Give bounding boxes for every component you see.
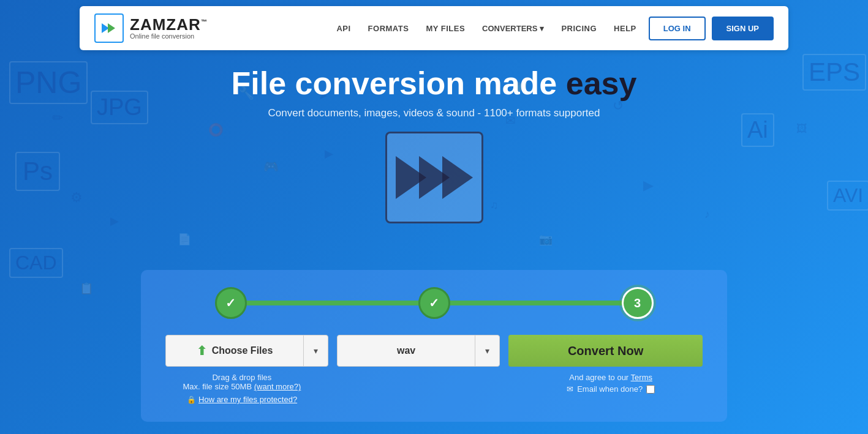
step-1-circle: ✓ bbox=[215, 287, 247, 319]
nav-links: API FORMATS MY FILES CONVERTERS ▾ PRICIN… bbox=[336, 24, 636, 33]
format-dropdown-arrow[interactable]: ▾ bbox=[475, 335, 499, 366]
hero-title-start: File conversion made bbox=[232, 65, 566, 101]
email-row: ✉ Email when done? bbox=[519, 384, 703, 394]
nav-auth: LOG IN SIGN UP bbox=[649, 17, 774, 40]
step-3-circle: 3 bbox=[622, 287, 654, 319]
logo-tm: ™ bbox=[201, 18, 208, 25]
email-label: Email when done? bbox=[577, 384, 643, 394]
converter-box: ✓ ✓ 3 ⬆ Choose Files ▾ bbox=[141, 270, 727, 422]
deco-avi: AVI bbox=[827, 181, 868, 211]
step-2-circle: ✓ bbox=[418, 287, 450, 319]
deco-gamepad: 🎮 bbox=[263, 159, 279, 174]
footer-right: And agree to our Terms ✉ Email when done… bbox=[519, 373, 703, 394]
signup-button[interactable]: SIGN UP bbox=[712, 17, 774, 40]
hero-title: File conversion made easy bbox=[0, 66, 868, 101]
footer-left: Drag & drop files Max. file size 50MB (w… bbox=[165, 373, 319, 405]
logo[interactable]: ZAMZAR™ Online file conversion bbox=[94, 13, 208, 43]
format-select[interactable]: wav ▾ bbox=[337, 335, 500, 367]
nav-help[interactable]: HELP bbox=[614, 24, 636, 33]
deco-triangle: ▶ bbox=[110, 214, 119, 228]
email-icon: ✉ bbox=[567, 384, 573, 394]
chevron-down-icon-format: ▾ bbox=[485, 346, 489, 356]
step-2-check: ✓ bbox=[429, 296, 439, 310]
logo-name: ZAMZAR™ bbox=[130, 17, 208, 32]
max-size-text: Max. file size 50MB bbox=[183, 382, 254, 391]
convert-now-label: Convert Now bbox=[568, 344, 643, 357]
nav-converters-label: CONVERTERS bbox=[482, 24, 537, 33]
svg-marker-1 bbox=[108, 23, 115, 33]
steps-row: ✓ ✓ 3 bbox=[165, 287, 703, 319]
controls-row: ⬆ Choose Files ▾ wav ▾ Convert Now bbox=[165, 335, 703, 367]
converters-chevron-icon: ▾ bbox=[540, 24, 544, 33]
background: PNG JPG Ps CAD EPS Ai AVI ✏ ⚙ ▶ 🔧 🎮 ▶ ↺ … bbox=[0, 0, 868, 434]
deco-gear: ⚙ bbox=[70, 190, 83, 206]
hero-section: File conversion made easy Convert docume… bbox=[0, 66, 868, 119]
deco-note: 📋 bbox=[80, 282, 93, 295]
step-3-label: 3 bbox=[634, 296, 641, 310]
choose-files-main[interactable]: ⬆ Choose Files bbox=[166, 343, 303, 358]
lock-icon: 🔒 bbox=[187, 395, 196, 404]
logo-subtitle: Online file conversion bbox=[130, 32, 208, 40]
file-protection-link[interactable]: How are my files protected? bbox=[198, 395, 297, 404]
upload-icon: ⬆ bbox=[197, 343, 207, 358]
hero-icon bbox=[385, 132, 483, 223]
nav-myfiles[interactable]: MY FILES bbox=[426, 24, 465, 33]
step-1-check: ✓ bbox=[225, 296, 236, 310]
drag-drop-text: Drag & drop files bbox=[165, 373, 319, 382]
format-value: wav bbox=[338, 345, 475, 356]
hero-title-bold: easy bbox=[566, 65, 637, 101]
choose-files-label: Choose Files bbox=[212, 345, 273, 356]
chevron-down-icon: ▾ bbox=[314, 346, 318, 356]
convert-now-button[interactable]: Convert Now bbox=[508, 335, 703, 367]
choose-files-dropdown-arrow[interactable]: ▾ bbox=[303, 335, 328, 366]
choose-files-button[interactable]: ⬆ Choose Files ▾ bbox=[165, 335, 328, 367]
footer-row: Drag & drop files Max. file size 50MB (w… bbox=[165, 373, 703, 405]
login-button[interactable]: LOG IN bbox=[649, 17, 706, 40]
nav-pricing[interactable]: PRICING bbox=[561, 24, 597, 33]
navbar: ZAMZAR™ Online file conversion API FORMA… bbox=[80, 6, 788, 50]
logo-name-text: ZAMZAR bbox=[130, 15, 201, 34]
deco-music2: ♫ bbox=[490, 199, 499, 212]
deco-music: ♪ bbox=[704, 208, 710, 221]
nav-formats[interactable]: FORMATS bbox=[368, 24, 409, 33]
terms-link[interactable]: Terms bbox=[631, 373, 652, 382]
arrow-3 bbox=[442, 156, 473, 199]
deco-cad: CAD bbox=[9, 248, 63, 278]
email-checkbox[interactable] bbox=[646, 385, 655, 394]
play-icon-box bbox=[385, 132, 483, 223]
deco-camera: 📷 bbox=[539, 233, 553, 246]
logo-svg bbox=[99, 18, 119, 38]
deco-play: ▶ bbox=[325, 147, 333, 160]
nav-api[interactable]: API bbox=[336, 24, 350, 33]
protected-row: 🔒 How are my files protected? bbox=[165, 394, 319, 405]
deco-doc: 📄 bbox=[178, 233, 191, 246]
hero-subtitle: Convert documents, images, videos & soun… bbox=[0, 107, 868, 119]
deco-ps: Ps bbox=[15, 152, 60, 191]
logo-icon bbox=[94, 13, 124, 43]
logo-text: ZAMZAR™ Online file conversion bbox=[130, 17, 208, 40]
terms-row: And agree to our Terms bbox=[519, 373, 703, 382]
deco-image: 🖼 bbox=[796, 122, 807, 135]
deco-star: ⭕ bbox=[208, 122, 224, 137]
max-size-row: Max. file size 50MB (want more?) bbox=[165, 382, 319, 391]
play-arrows bbox=[396, 156, 473, 199]
terms-pre: And agree to our bbox=[569, 373, 630, 382]
nav-converters[interactable]: CONVERTERS ▾ bbox=[482, 24, 544, 33]
deco-play2: ▶ bbox=[643, 178, 654, 193]
want-more-link[interactable]: (want more?) bbox=[254, 382, 301, 391]
